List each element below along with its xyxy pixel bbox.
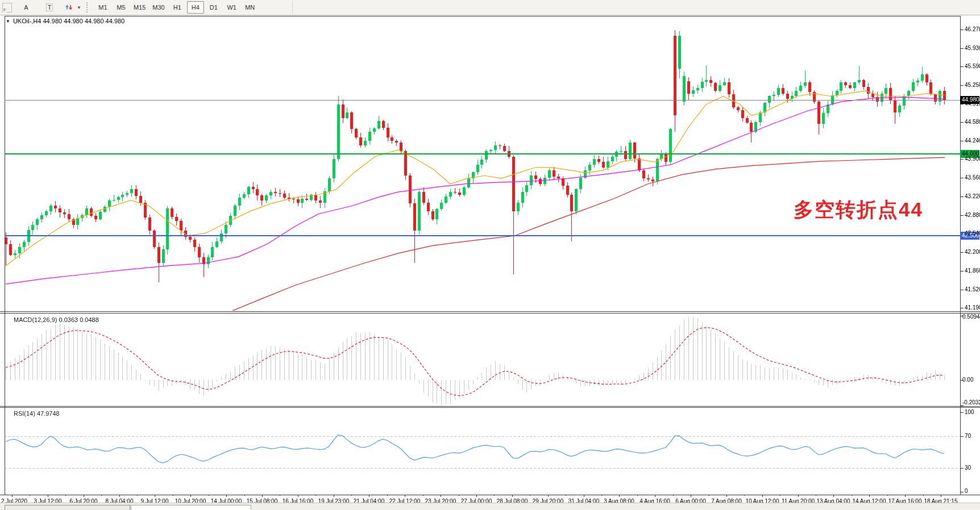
macd-axis-tick: -0.2032 — [962, 399, 980, 406]
price-axis-tick: 46.270 — [965, 26, 980, 33]
price-axis-tick: 41.860 — [965, 267, 980, 274]
price-axis-tick: 43.220 — [965, 193, 980, 200]
price-axis-tick: 42.880 — [965, 212, 980, 219]
price-axis-tick: 45.590 — [965, 63, 980, 70]
chart-canvas[interactable] — [0, 0, 980, 510]
price-axis-tick: 41.520 — [965, 286, 980, 293]
price-axis-tick: 45.250 — [965, 82, 980, 89]
chart-symbol-label: UKOil-,H4 44.980 44.980 44.980 44.980 — [13, 18, 124, 24]
price-axis-tick: 45.930 — [965, 45, 980, 52]
price-axis-tick: 42.540 — [965, 230, 980, 237]
rsi-axis-tick: 100 — [965, 409, 974, 416]
macd-axis-tick: 0.5094 — [962, 313, 980, 320]
macd-indicator-label: MACD(12,26,9) 0.0363 0.0488 — [14, 316, 99, 323]
chart-title: ▼ UKOil-,H4 44.980 44.980 44.980 44.980 — [6, 18, 124, 24]
chart-dropdown-icon[interactable]: ▼ — [6, 19, 10, 24]
bottom-panel-strip — [0, 503, 980, 510]
macd-axis-tick: 0.00 — [962, 377, 973, 383]
bottom-panel-fragment-left — [5, 505, 130, 510]
price-axis-tick: 44.910 — [965, 101, 980, 107]
price-axis-tick: 44.240 — [965, 137, 980, 144]
price-axis-tick: 41.190 — [965, 304, 980, 311]
mt4-window: F A T ▼ M1 M5 M15 M30 H1 H4 D1 W1 MN ▼ U… — [0, 0, 980, 510]
price-axis-tick: 43.560 — [965, 174, 980, 181]
rsi-indicator-label: RSI(14) 47.9748 — [14, 410, 60, 417]
chart-annotation-text[interactable]: 多空转折点44 — [794, 197, 923, 223]
price-axis-tick: 42.200 — [965, 249, 980, 256]
price-axis-tick: 44.580 — [965, 119, 980, 126]
rsi-axis-tick: 70 — [965, 433, 971, 440]
bottom-panel-fragment-right — [131, 505, 251, 510]
rsi-axis-tick: 0 — [965, 488, 968, 495]
rsi-axis-tick: 30 — [965, 465, 971, 471]
price-axis-tick: 43.900 — [965, 156, 980, 162]
